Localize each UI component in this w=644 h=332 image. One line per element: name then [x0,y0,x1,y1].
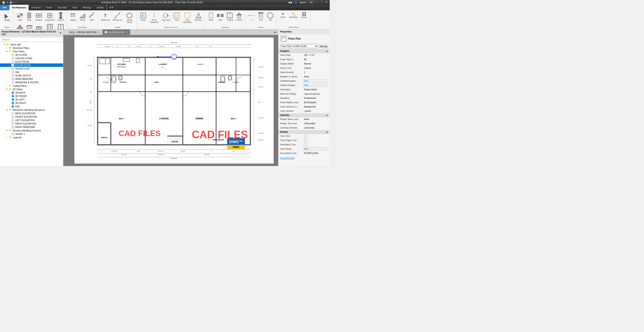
pb-item-ceiling-plans[interactable]: + 📁 Ceiling Plans [0,84,63,88]
ribbon-btn-by-face[interactable]: By Face [194,11,203,22]
minimize-button[interactable]: ─ [316,1,318,4]
ribbon-btn-room[interactable]: R Room [139,11,148,22]
pb-item-3d-floor[interactable]: ⬜ 3D FLOOR [0,53,63,57]
pb-item-electrical[interactable]: ⬜ ELECTRICAL [0,60,63,63]
prop-type-dropdown[interactable]: Floor Plan: FLOOR LEVEL [280,45,318,48]
pb-item-views-all[interactable]: ▼ 📁 Views (all) [0,43,63,46]
ribbon-btn-vertical[interactable]: Vertical [225,11,234,22]
pb-item-structural-plans[interactable]: + 📁 Structural Plans [0,46,63,50]
area-boundary-icon [184,12,191,19]
properties-help-link[interactable]: Properties help [280,157,294,159]
ribbon-btn-level[interactable]: Level [247,11,256,22]
ribbon-btn-window[interactable]: Window [34,11,43,22]
ribbon-btn-model-group[interactable]: Model Group [124,11,136,24]
prop-content: Graphics ▲ View Scale 1/8" = 1'-0" Scale… [278,49,330,166]
pb-item-back-elevation[interactable]: ⬜ BACK ELEVATION [0,112,63,115]
canvas-area[interactable]: + − ⊕ ✋ 40'-0 1/2" 5 [63,35,278,166]
ribbon-btn-modify[interactable]: Modify [2,11,12,23]
restore-button[interactable]: □ [320,1,323,4]
pb-close-icon[interactable]: ✕ [60,32,62,34]
pb-item-3d-default[interactable]: 🔷 {3D} [0,105,63,108]
pb-item-section-1[interactable]: ⬜ Section 1 [0,132,63,136]
prop-section-underlay[interactable]: Underlay ▲ [278,113,330,117]
ribbon-btn-viewer[interactable]: 🔲 Viewer [299,11,309,19]
minimize-panels-icon[interactable]: ⬅ [274,31,276,34]
prop-annotation-crop: Annotation Crop [278,142,330,147]
pb-item-front-elevation[interactable]: ⬜ FRONT ELEVATION [0,115,63,118]
ribbon-btn-ramp[interactable]: Ramp [78,11,87,22]
prop-section-graphics[interactable]: Graphics ▲ [278,49,330,53]
pb-item-left-elevation[interactable]: ⬜ LEFT ELEVATION [0,118,63,122]
tab-modify[interactable]: Modify [94,5,106,10]
pb-item-3d-front[interactable]: 🔷 3D FRONT [0,94,63,98]
pb-item-elevations[interactable]: ▼ 📁 Elevations (Building Elevation) [0,108,63,112]
close-button[interactable]: ✕ [325,1,328,4]
tab-architecture[interactable]: Architecture [10,5,29,10]
tab-close-floor-level[interactable]: ✕ [126,31,128,34]
tab-contextual[interactable]: ⊕▼ [106,5,116,10]
ribbon-btn-area-boundary[interactable]: Area Boundary [182,11,194,24]
tab-structure[interactable]: Structure [29,5,44,10]
detail-number-value: 1 [304,71,328,74]
svg-rect-178 [281,36,286,41]
graphic-display-edit-button[interactable]: Edit... [303,84,328,87]
view-tab-cross-section[interactable]: ⬜ A111 - CROSS SECTION ✕ [63,30,102,35]
pb-item-site[interactable]: ⬜ Site [0,70,63,74]
ribbon-btn-grid[interactable]: Grid [256,11,265,22]
crop-region-checkbox[interactable] [304,139,307,141]
ribbon-btn-stair[interactable]: Stair [87,11,96,22]
ribbon-btn-model-text[interactable]: T Model Text [100,11,111,22]
tab-close-cross-section[interactable]: ✕ [98,31,100,34]
ribbon-btn-show[interactable]: 👁 Show [278,11,288,19]
tab-insert[interactable]: Insert [44,5,55,10]
ribbon-btn-wall[interactable]: Wall [16,11,24,22]
pb-item-3d-right[interactable]: 🔷 3D RIGHT [0,101,63,105]
ribbon-btn-area[interactable]: A Area [172,11,181,22]
view-tab-floor-level[interactable]: ⬜ FLOOR LEVEL ✕ [102,30,130,35]
prop-crop-region: Crop Region Visi... [278,138,330,142]
annotation-crop-checkbox[interactable] [304,143,307,146]
ribbon-btn-model-line[interactable]: Model Line [112,11,123,22]
pb-item-3d-left[interactable]: 🔷 3D LEFT [0,98,63,101]
pb-item-windows-doors[interactable]: ⬜ WINDOWS & DOORS [0,81,63,84]
help-icon[interactable]: ?▼ [308,1,314,4]
pb-item-floor-level[interactable]: ⬜ FLOOR LEVEL [0,63,63,67]
prop-section-extents[interactable]: Extents ▲ [278,130,330,134]
ribbon-btn-room-separator[interactable]: Room Separator [148,11,160,24]
ribbon-btn-column[interactable]: Column [56,11,65,22]
vis-graphic-edit-button[interactable]: Edit... [303,80,328,82]
ribbon-btn-set[interactable]: Set [266,11,275,22]
pb-item-right-elevation[interactable]: ⬜ RIGHT ELEVATION [0,122,63,125]
ribbon-btn-component[interactable]: Component [44,11,56,22]
ribbon-btn-shaft[interactable]: Shaft [206,11,215,22]
ribbon-btn-door[interactable]: Door [25,11,34,22]
prop-associated-level: Associated Level FLOOR LEVEL [278,151,330,155]
pb-item-legends[interactable]: + 📁 Legends [0,136,63,139]
tab-file[interactable]: File [0,5,10,10]
viewer-label: Viewer [301,16,307,19]
tab-annotate[interactable]: Annotate [55,5,70,10]
ribbon-group-opening: Shaft Wall Vertical [205,11,245,29]
pb-item-3d-back[interactable]: 🔷 3D BACK [0,91,63,94]
tab-manage[interactable]: Manage [80,5,94,10]
pb-item-sections[interactable]: ▼ 📁 Sections (Building Section) [0,129,63,132]
ribbon-btn-ref-plane[interactable]: 📏 Ref Plane [288,11,299,19]
pb-item-right-windows[interactable]: ⬜ RIGHT WINDOWS [0,125,63,129]
project-browser: Project Browser - 117.8LH Beach Haven Fe… [0,30,63,166]
view-range-edit-button[interactable]: Edit... [303,147,328,150]
pb-item-slab-layout[interactable]: ⬜ SLAB LAYOUT [0,74,63,77]
pb-item-wind-bracing[interactable]: ⬜ WIND BRACING [0,77,63,81]
pb-item-ground-level[interactable]: ⬜ Ground Level [0,67,63,70]
pb-item-3d-views[interactable]: ▼ 📁 3D Views [0,88,63,91]
pb-item-floor-plans[interactable]: ▼ 📁 Floor Plans [0,50,63,53]
pb-item-ceiling-level[interactable]: ⬜ CEILING LEVEL [0,57,63,60]
tab-view[interactable]: View [70,5,80,10]
view-scale-value[interactable]: 1/8" = 1'-0" [304,54,328,56]
ribbon-btn-dormer[interactable]: Dormer [235,11,244,22]
edit-type-button[interactable]: Edit Typ [319,45,328,48]
search-input[interactable] [1,37,62,42]
ribbon-btn-wall-opening[interactable]: Wall [216,11,225,22]
ribbon-btn-tag-room[interactable]: Tag Room [160,11,172,22]
ribbon-btn-railing[interactable]: Railing [68,11,78,22]
crop-view-checkbox[interactable] [304,134,307,137]
